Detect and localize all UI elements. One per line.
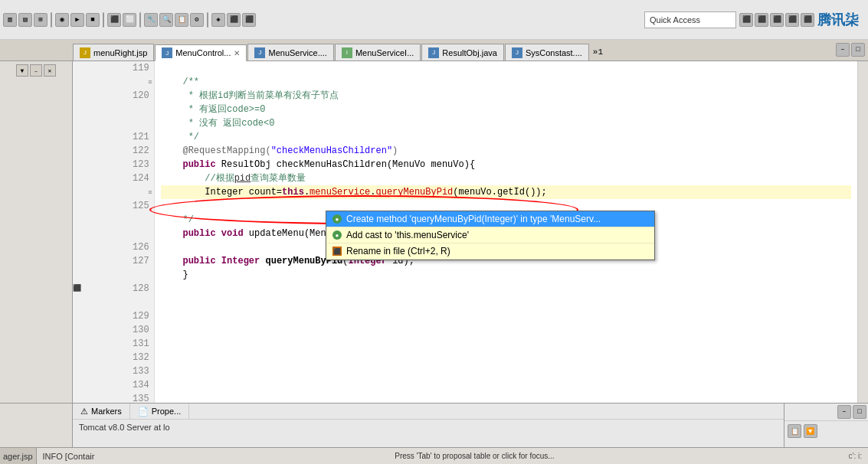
- toolbar-icon-sep2: [103, 12, 104, 28]
- toolbar-icon-14[interactable]: ⬛: [227, 13, 241, 27]
- sidebar-collapse-btn[interactable]: ▼: [16, 64, 28, 77]
- suggestion-item-3[interactable]: ⬛ Rename in file (Ctrl+2, R): [326, 243, 654, 260]
- toolbar-icon-4[interactable]: ◉: [55, 13, 69, 27]
- maximize-btn[interactable]: □: [851, 43, 865, 57]
- tab-label-menuservicei: MenuServiceI...: [355, 48, 414, 57]
- bottom-tab-properties-label: Prope...: [152, 407, 182, 416]
- suggestion-icon-1: ●: [332, 214, 342, 224]
- bottom-tab-properties[interactable]: 📄 Prope...: [130, 404, 190, 419]
- main-area: ▼ – ✕ 119 120 ≡ 121 122 123 124 125 ≡: [0, 61, 868, 403]
- code-line-123: * 没有 返回code<0: [161, 116, 851, 130]
- line-num-121: 121: [77, 130, 149, 144]
- toolbar-icon-r4[interactable]: ⬛: [785, 13, 799, 27]
- status-server-info: INFO [Contair: [37, 452, 101, 461]
- markers-icon: ⚠: [80, 407, 88, 417]
- status-right: c': i:: [849, 452, 868, 460]
- toolbar-icon-2[interactable]: ▤: [18, 13, 32, 27]
- tab-resultobj[interactable]: J ResultObj.java: [421, 44, 504, 60]
- status-file-label: ager.jsp: [3, 452, 33, 461]
- suggestion-text-3: Rename in file (Ctrl+2, R): [346, 246, 450, 257]
- status-right-text: c': i:: [849, 452, 862, 460]
- toolbar-icon-15[interactable]: ⬛: [242, 13, 256, 27]
- bottom-right-btn-1[interactable]: –: [837, 405, 851, 419]
- bottom-right-icons: – □: [784, 404, 868, 421]
- bottom-right-btn-2[interactable]: □: [853, 405, 866, 419]
- tab-overflow[interactable]: »1: [590, 44, 606, 60]
- code-line-126: public ResultObj checkMenuHasChildren(Me…: [161, 158, 851, 172]
- tab-menuservice[interactable]: J MenuService....: [247, 44, 333, 60]
- quick-access-input[interactable]: Quick Access: [644, 11, 736, 28]
- toolbar-right-icons: ⬛ ⬛ ⬛ ⬛ ⬛: [739, 13, 814, 27]
- editor-area: 119 120 ≡ 121 122 123 124 125 ≡ 126 127 …: [73, 61, 857, 403]
- toolbar-icon-12[interactable]: ⚙: [190, 13, 204, 27]
- status-center: Press 'Tab' to proposal table or click f…: [100, 452, 848, 460]
- line-num-120: 120 ≡: [77, 75, 149, 130]
- toolbar-icon-sep3: [139, 12, 141, 28]
- left-sidebar: ▼ – ✕: [0, 61, 73, 403]
- toolbar-icon-3[interactable]: ⊞: [34, 13, 47, 27]
- tab-menuright[interactable]: J menuRight.jsp: [73, 44, 154, 60]
- quick-access-label: Quick Access: [650, 15, 700, 25]
- toolbar-icon-7[interactable]: ⬛: [107, 13, 121, 27]
- tab-sysconstast[interactable]: J SysConstast....: [505, 44, 589, 60]
- right-scrollbar[interactable]: [857, 61, 868, 403]
- toolbar-icon-sep4: [207, 12, 208, 28]
- code-line-122: * 有返回code>=0: [161, 103, 851, 116]
- line-num-125: 125 ≡: [77, 185, 149, 240]
- line-num-122: 122: [77, 144, 149, 158]
- suggestion-item-1[interactable]: ● Create method 'queryMenuByPid(Integer)…: [326, 211, 654, 227]
- tab-menuservicei[interactable]: I MenuServiceI...: [335, 44, 421, 60]
- toolbar-icon-10[interactable]: 🔍: [159, 13, 173, 27]
- tab-label-menuright: menuRight.jsp: [93, 48, 147, 57]
- toolbar-icon-11[interactable]: 📋: [175, 13, 188, 27]
- suggestion-item-2[interactable]: ● Add cast to 'this.menuService': [326, 227, 654, 243]
- toolbar-icon-r2[interactable]: ⬛: [755, 13, 768, 27]
- suggestion-popup: ● Create method 'queryMenuByPid(Integer)…: [326, 211, 655, 260]
- tab-menucontrol[interactable]: J MenuControl... ✕: [155, 44, 247, 61]
- status-left-label: ager.jsp: [0, 448, 37, 465]
- line-num-135: 135: [77, 392, 149, 403]
- bottom-tab-markers[interactable]: ⚠ Markers: [73, 404, 130, 419]
- sidebar-minimize-btn[interactable]: –: [30, 64, 42, 77]
- toolbar-icon-9[interactable]: 🔧: [144, 13, 158, 27]
- sidebar-close-btn[interactable]: ✕: [44, 64, 56, 77]
- toolbar-icon-13[interactable]: ◈: [211, 13, 225, 27]
- toolbar-icon-5[interactable]: ▶: [70, 13, 84, 27]
- line-numbers: 119 120 ≡ 121 122 123 124 125 ≡ 126 127 …: [73, 61, 155, 403]
- toolbar-right: Quick Access ⬛ ⬛ ⬛ ⬛ ⬛ 腾讯柒: [644, 11, 865, 29]
- toolbar-icon-r1[interactable]: ⬛: [739, 13, 753, 27]
- status-center-text: Press 'Tab' to proposal table or click f…: [395, 452, 554, 460]
- code-line-125: @RequestMapping("checkMenuHasChildren"): [161, 144, 851, 158]
- suggestion-text-1: Create method 'queryMenuByPid(Integer)' …: [346, 214, 601, 224]
- line-num-130: 130: [77, 323, 149, 337]
- tab-icon-resultobj: J: [428, 47, 439, 58]
- line-num-127: 127: [77, 254, 149, 268]
- tab-label-menucontrol: MenuControl...: [175, 48, 231, 57]
- console-icon[interactable]: 📋: [788, 424, 801, 438]
- console-icon-2[interactable]: 🔽: [804, 424, 817, 438]
- code-line-120: /**: [161, 75, 851, 89]
- toolbar-icon-6[interactable]: ■: [86, 13, 100, 27]
- line-num-123: 123: [77, 158, 149, 172]
- code-line-134: }: [161, 268, 851, 282]
- toolbar-icon-r3[interactable]: ⬛: [770, 13, 784, 27]
- minimize-btn[interactable]: –: [836, 43, 850, 57]
- code-line-121: * 根据id判断当前菜单有没有子节点: [161, 89, 851, 103]
- toolbar-icon-r5[interactable]: ⬛: [801, 13, 814, 27]
- toolbar-icon-8[interactable]: ⬜: [123, 13, 136, 27]
- line-num-128: ⬛128: [77, 268, 149, 309]
- line-num-119: 119: [77, 61, 149, 75]
- code-line-135: [161, 282, 851, 296]
- bottom-tab-markers-label: Markers: [91, 407, 122, 416]
- tab-icon-sysconstast: J: [512, 47, 522, 58]
- toolbar: ▥ ▤ ⊞ ◉ ▶ ■ ⬛ ⬜ 🔧 🔍 📋 ⚙ ◈ ⬛ ⬛ Quick Acce…: [0, 0, 868, 40]
- server-status-text: Tomcat v8.0 Server at lo: [79, 423, 170, 432]
- toolbar-icon-sep: [51, 12, 52, 28]
- error-marker-128: ⬛: [73, 282, 81, 296]
- code-line-127: //根据pid查询菜单数量: [161, 172, 851, 185]
- tab-close-menucontrol[interactable]: ✕: [234, 49, 240, 57]
- line-num-133: 133: [77, 364, 149, 378]
- toolbar-icon-1[interactable]: ▥: [3, 13, 17, 27]
- tab-icon-menuservicei: I: [342, 47, 352, 58]
- line-num-124: 124: [77, 172, 149, 185]
